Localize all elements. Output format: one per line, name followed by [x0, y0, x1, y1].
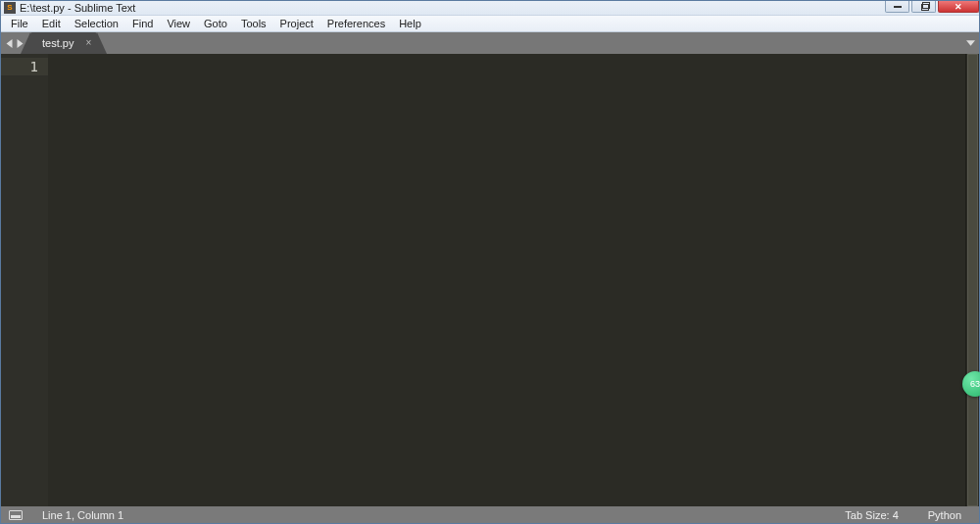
status-tab-size[interactable]: Tab Size: 4	[835, 509, 907, 521]
status-syntax[interactable]: Python	[918, 509, 971, 521]
menu-selection[interactable]: Selection	[68, 17, 125, 30]
menu-edit[interactable]: Edit	[35, 17, 68, 30]
editor-area: 1	[1, 54, 979, 506]
menu-tools[interactable]: Tools	[234, 17, 273, 30]
menu-find[interactable]: Find	[125, 17, 160, 30]
app-window: S E:\test.py - Sublime Text File Edit Se…	[0, 0, 980, 524]
tab-bar: test.py ×	[1, 32, 979, 54]
status-cursor[interactable]: Line 1, Column 1	[32, 509, 133, 521]
tab-prev-icon[interactable]	[5, 39, 14, 48]
floating-badge-text: 63	[970, 379, 980, 389]
menu-file[interactable]: File	[4, 17, 35, 30]
gutter: 1	[1, 54, 48, 506]
status-bar: Line 1, Column 1 Tab Size: 4 Python	[1, 506, 979, 523]
minimize-button[interactable]	[885, 1, 909, 13]
menu-project[interactable]: Project	[273, 17, 320, 30]
line-number-1: 1	[1, 58, 48, 75]
menubar: File Edit Selection Find View Goto Tools…	[1, 16, 979, 32]
tab-test-py[interactable]: test.py ×	[30, 32, 97, 54]
menu-goto[interactable]: Goto	[197, 17, 234, 30]
app-icon: S	[4, 2, 16, 14]
menu-help[interactable]: Help	[392, 17, 428, 30]
scrollbar-thumb[interactable]	[967, 54, 978, 506]
tab-overflow-icon[interactable]	[961, 32, 979, 54]
menu-preferences[interactable]: Preferences	[320, 17, 392, 30]
menu-view[interactable]: View	[160, 17, 197, 30]
window-title: E:\test.py - Sublime Text	[20, 2, 883, 14]
tab-close-icon[interactable]: ×	[86, 37, 92, 48]
app-icon-letter: S	[7, 4, 12, 12]
code-area[interactable]	[48, 54, 959, 506]
panel-toggle-icon[interactable]	[9, 510, 23, 520]
close-button[interactable]	[938, 1, 979, 13]
svg-marker-0	[7, 39, 13, 48]
tab-label: test.py	[42, 37, 74, 49]
window-controls	[883, 1, 979, 15]
vertical-scrollbar[interactable]	[965, 54, 979, 506]
maximize-button[interactable]	[911, 1, 936, 13]
svg-marker-2	[966, 40, 975, 45]
titlebar: S E:\test.py - Sublime Text	[1, 1, 979, 16]
